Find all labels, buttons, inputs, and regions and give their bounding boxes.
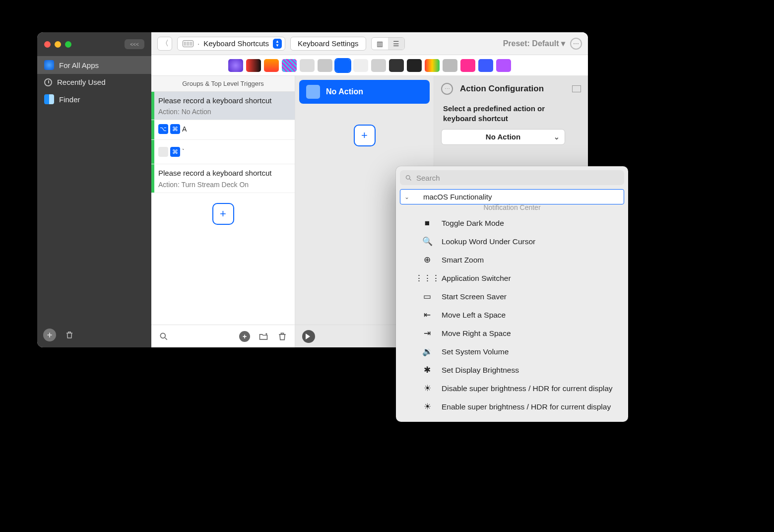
action-option[interactable]: ⇤Move Left a Space <box>402 307 622 323</box>
delete-app-button[interactable] <box>63 329 76 341</box>
sidebar-collapse-button[interactable]: <<< <box>125 39 144 49</box>
add-trigger-button[interactable]: + <box>212 203 234 225</box>
sidebar-item-label: Recently Used <box>57 78 106 86</box>
sidebar-footer: + <box>37 323 151 347</box>
minimize-window-button[interactable] <box>55 41 61 48</box>
device-icon[interactable] <box>246 59 261 72</box>
action-option-list: ■Toggle Dark Mode 🔍Lookup Word Under Cur… <box>400 215 624 415</box>
trigger-row[interactable]: ⌥ ⌘ A <box>151 120 295 140</box>
config-more-button[interactable]: ⋯ <box>441 83 453 95</box>
screensaver-icon: ▭ <box>422 291 433 302</box>
action-label: No Action <box>326 87 363 96</box>
toolbar-back-button[interactable]: 〈 <box>157 37 172 51</box>
device-icon[interactable] <box>478 59 493 72</box>
option-label: Set System Volume <box>442 347 619 357</box>
device-icon[interactable] <box>389 59 404 72</box>
sidebar-list: For All Apps Recently Used Finder <box>37 56 151 108</box>
detach-window-icon[interactable] <box>572 85 581 92</box>
sidebar-item-all-apps[interactable]: For All Apps <box>37 56 151 74</box>
action-option[interactable]: 🔍Lookup Word Under Cursor <box>402 233 622 250</box>
device-icon[interactable] <box>228 59 243 72</box>
trigger-subtitle: Action: Turn Stream Deck On <box>158 181 290 189</box>
hdr-off-icon: ☀ <box>422 383 433 394</box>
action-thumb-icon <box>306 85 320 99</box>
device-icon[interactable] <box>282 59 297 72</box>
search-placeholder: Search <box>416 174 440 182</box>
triggers-header: Groups & Top Level Triggers <box>151 76 295 92</box>
option-label: Move Left a Space <box>442 310 619 320</box>
action-option[interactable]: ⋮⋮⋮Application Switcher <box>402 270 622 286</box>
view-mode-segment[interactable]: ▥ ☰ <box>371 37 405 50</box>
device-icon[interactable] <box>407 59 422 72</box>
option-label: Lookup Word Under Cursor <box>442 237 619 247</box>
action-option[interactable]: ⊕Smart Zoom <box>402 252 622 268</box>
globe-icon <box>44 60 54 70</box>
trigger-row[interactable]: Please record a keyboard shortcut Action… <box>151 92 295 120</box>
triggers-footer: + <box>151 325 295 347</box>
close-window-button[interactable] <box>44 41 51 48</box>
volume-icon: 🔉 <box>422 346 433 357</box>
device-icon[interactable] <box>264 59 279 72</box>
device-icon[interactable] <box>496 59 511 72</box>
device-icon[interactable] <box>353 59 368 72</box>
device-icon[interactable] <box>371 59 386 72</box>
action-option[interactable]: ⇥Move Right a Space <box>402 325 622 341</box>
list-view-icon[interactable]: ☰ <box>388 38 404 50</box>
select-value: No Action <box>486 133 520 141</box>
triggers-column: Groups & Top Level Triggers Please recor… <box>151 76 295 347</box>
trigger-key-label: ` <box>182 148 185 156</box>
sort-updown-icon: ▲▼ <box>273 39 282 49</box>
new-folder-button[interactable] <box>258 331 269 342</box>
trigger-type-dropdown[interactable]: · Keyboard Shortcuts ▲▼ <box>177 37 285 51</box>
add-app-button[interactable]: + <box>43 329 56 341</box>
device-icon-keyboard[interactable] <box>335 59 350 72</box>
lookup-icon: 🔍 <box>422 236 433 247</box>
trigger-row[interactable]: Please record a keyboard shortcut Action… <box>151 164 295 193</box>
columns-view-icon[interactable]: ▥ <box>372 38 388 50</box>
device-icon[interactable] <box>460 59 475 72</box>
trash-icon <box>65 331 74 339</box>
more-menu-button[interactable]: ⋯ <box>570 38 582 50</box>
trigger-key-label: A <box>182 125 187 133</box>
trash-icon <box>277 332 287 341</box>
chevron-down-icon: ⌄ <box>404 194 409 200</box>
action-option[interactable]: ■Toggle Dark Mode <box>402 215 622 231</box>
preset-dropdown[interactable]: Preset: Default ▾ <box>503 39 565 48</box>
dark-mode-icon: ■ <box>422 218 433 228</box>
option-label: Move Right a Space <box>442 329 619 338</box>
group-label: macOS Functionality <box>423 193 492 201</box>
add-button[interactable]: + <box>239 331 250 342</box>
device-icon[interactable] <box>318 59 332 72</box>
add-action-button[interactable]: + <box>354 125 376 146</box>
device-icon[interactable] <box>300 59 315 72</box>
device-icon[interactable] <box>425 59 440 72</box>
option-label: Smart Zoom <box>442 255 619 265</box>
device-icon[interactable] <box>443 59 457 72</box>
toolbar: 〈 · Keyboard Shortcuts ▲▼ Keyboard Setti… <box>151 32 588 55</box>
sidebar-item-label: Finder <box>59 95 80 104</box>
trigger-row[interactable]: ⌘ ` <box>151 140 295 164</box>
config-title: Action Configuration <box>460 84 544 94</box>
search-button[interactable] <box>158 331 169 342</box>
action-option[interactable]: ☀Enable super brightness / HDR for curre… <box>402 399 622 415</box>
svg-point-0 <box>160 333 165 338</box>
zoom-window-button[interactable] <box>65 41 71 48</box>
option-label: Set Display Brightness <box>442 365 619 375</box>
dropdown-label: Keyboard Shortcuts <box>203 39 269 48</box>
sidebar-item-finder[interactable]: Finder <box>37 90 151 108</box>
window-controls: <<< <box>37 32 151 53</box>
keyboard-settings-button[interactable]: Keyboard Settings <box>290 37 366 51</box>
action-item[interactable]: No Action <box>299 80 430 104</box>
move-left-icon: ⇤ <box>422 310 433 320</box>
action-option[interactable]: ✱Set Display Brightness <box>402 362 622 378</box>
action-option[interactable]: 🔉Set System Volume <box>402 343 622 360</box>
sidebar-item-recently-used[interactable]: Recently Used <box>37 74 151 90</box>
delete-trigger-button[interactable] <box>277 331 288 342</box>
action-search-field[interactable]: Search <box>400 170 624 185</box>
action-option[interactable]: ☀Disable super brightness / HDR for curr… <box>402 380 622 397</box>
finder-icon <box>44 94 54 104</box>
action-select[interactable]: No Action <box>441 129 565 145</box>
action-option[interactable]: ▭Start Screen Saver <box>402 288 622 305</box>
run-action-button[interactable] <box>302 330 315 343</box>
action-group-row[interactable]: ⌄ macOS Functionality <box>400 189 624 204</box>
